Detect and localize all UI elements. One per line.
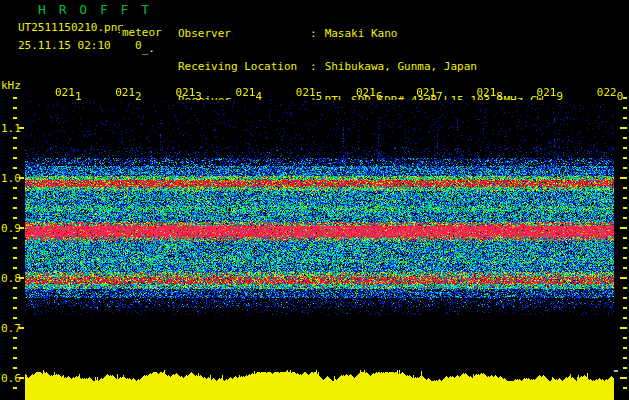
freq-minor-tick-right	[623, 207, 627, 209]
info-label: Observer	[178, 28, 310, 39]
freq-major-tick-left	[19, 277, 24, 279]
freq-minor-tick-left	[13, 247, 17, 249]
info-value: Shibukawa, Gunma, Japan	[325, 60, 477, 73]
freq-minor-tick-right	[623, 367, 627, 369]
freq-minor-tick-right	[623, 337, 627, 339]
capture-datetime: 25.11.15 02:10	[18, 39, 111, 52]
time-tick-lastdigit: 3	[195, 90, 202, 103]
time-tick-lastdigit: 8	[496, 90, 503, 103]
time-tick-label: 0220	[597, 86, 624, 103]
freq-tick-label: 0.6	[1, 372, 21, 385]
freq-minor-tick-left	[13, 337, 17, 339]
info-row-observer: Observer:Masaki Kano	[178, 28, 550, 39]
info-colon: :	[310, 60, 317, 73]
echo-counter-suffix: _.	[142, 42, 155, 55]
freq-minor-tick-left	[13, 317, 17, 319]
freq-minor-tick-left	[13, 387, 17, 389]
freq-minor-tick-left	[13, 147, 17, 149]
time-tick-main: 021	[175, 86, 195, 99]
freq-minor-tick-left	[13, 97, 17, 99]
freq-minor-tick-left	[13, 287, 17, 289]
station-name: meteor	[120, 26, 162, 39]
freq-minor-tick-left	[13, 137, 17, 139]
freq-minor-tick-right	[623, 237, 627, 239]
time-tick-main: 021	[296, 86, 316, 99]
time-tick-main: 021	[537, 86, 557, 99]
time-tick-label: 0213	[175, 86, 202, 103]
time-tick-main: 021	[416, 86, 436, 99]
freq-tick-label: 0.7	[1, 322, 21, 335]
freq-minor-tick-left	[13, 367, 17, 369]
time-tick-main: 021	[236, 86, 256, 99]
freq-minor-tick-right	[623, 307, 627, 309]
info-label: Receiving Location	[178, 61, 310, 72]
info-row-location: Receiving Location:Shibukawa, Gunma, Jap…	[178, 61, 550, 72]
freq-minor-tick-right	[623, 267, 627, 269]
freq-minor-tick-right	[623, 187, 627, 189]
time-tick-label: 0218	[476, 86, 503, 103]
time-tick-lastdigit: 9	[556, 90, 563, 103]
freq-axis-unit: kHz	[1, 79, 21, 92]
freq-minor-tick-right	[623, 147, 627, 149]
freq-major-tick-left	[19, 227, 24, 229]
freq-minor-tick-left	[13, 167, 17, 169]
freq-minor-tick-left	[13, 257, 17, 259]
echo-counter-value: 0	[135, 39, 142, 52]
time-tick-main: 021	[55, 86, 75, 99]
signal-strength-canvas	[25, 362, 614, 400]
freq-major-tick-right	[620, 277, 627, 279]
freq-minor-tick-right	[623, 137, 627, 139]
info-colon: :	[310, 27, 317, 40]
freq-minor-tick-left	[13, 187, 17, 189]
freq-tick-label: 0.8	[1, 272, 21, 285]
freq-minor-tick-right	[623, 247, 627, 249]
freq-minor-tick-left	[13, 107, 17, 109]
freq-minor-tick-left	[13, 217, 17, 219]
freq-minor-tick-left	[13, 237, 17, 239]
time-tick-label: 0216	[356, 86, 383, 103]
app-title: H R O F F T	[38, 2, 152, 17]
info-value: Masaki Kano	[325, 27, 398, 40]
freq-major-tick-right	[620, 377, 627, 379]
freq-minor-tick-right	[623, 347, 627, 349]
time-tick-main: 022	[597, 86, 617, 99]
freq-minor-tick-left	[13, 267, 17, 269]
freq-minor-tick-right	[623, 197, 627, 199]
time-tick-lastdigit: 2	[135, 90, 142, 103]
freq-minor-tick-right	[623, 387, 627, 389]
time-tick-lastdigit: 5	[316, 90, 323, 103]
freq-tick-label: 1.1	[1, 122, 21, 135]
freq-minor-tick-left	[13, 307, 17, 309]
echo-counter: 0_.	[135, 39, 155, 52]
freq-minor-tick-right	[623, 117, 627, 119]
time-tick-label: 0212	[115, 86, 142, 103]
freq-minor-tick-right	[623, 257, 627, 259]
freq-major-tick-left	[19, 177, 24, 179]
freq-major-tick-left	[19, 127, 24, 129]
time-tick-lastdigit: 4	[255, 90, 262, 103]
time-tick-label: 0214	[236, 86, 263, 103]
freq-minor-tick-left	[13, 347, 17, 349]
freq-minor-tick-right	[623, 357, 627, 359]
freq-minor-tick-right	[623, 317, 627, 319]
freq-minor-tick-right	[623, 297, 627, 299]
freq-minor-tick-right	[623, 217, 627, 219]
freq-minor-tick-right	[623, 97, 627, 99]
time-tick-label: 0211	[55, 86, 82, 103]
time-tick-label: 0219	[537, 86, 564, 103]
time-tick-label: 0217	[416, 86, 443, 103]
freq-major-tick-left	[19, 377, 24, 379]
time-tick-lastdigit: 7	[436, 90, 443, 103]
freq-minor-tick-left	[13, 357, 17, 359]
hrofft-screen: H R O F F T UT2511150210.png meteor 25.1…	[0, 0, 629, 400]
freq-minor-tick-right	[623, 107, 627, 109]
freq-major-tick-right	[620, 327, 627, 329]
freq-minor-tick-right	[623, 157, 627, 159]
time-tick-main: 021	[356, 86, 376, 99]
freq-tick-label: 1.0	[1, 172, 21, 185]
freq-minor-tick-left	[13, 117, 17, 119]
freq-tick-label: 0.9	[1, 222, 21, 235]
time-tick-lastdigit: 6	[376, 90, 383, 103]
time-tick-label: 0215	[296, 86, 323, 103]
freq-major-tick-right	[620, 127, 627, 129]
